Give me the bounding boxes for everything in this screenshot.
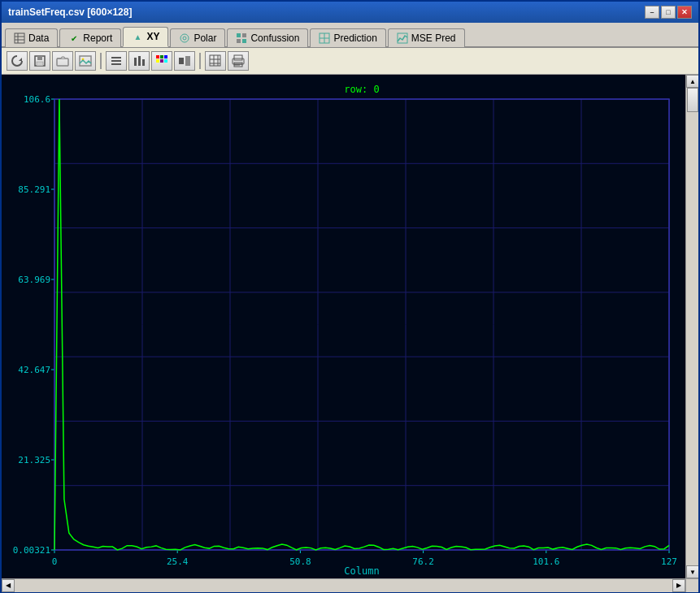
scroll-corner — [685, 579, 698, 592]
image-button[interactable] — [75, 51, 96, 71]
tab-data[interactable]: Data — [5, 28, 58, 47]
tab-prediction[interactable]: Prediction — [310, 28, 385, 47]
msepred-tab-icon — [397, 32, 408, 44]
separator-2 — [199, 53, 201, 69]
window-title: trainSetFreq.csv [600×128] — [8, 6, 132, 18]
tab-confussion-label: Confussion — [250, 32, 299, 44]
svg-rect-9 — [242, 39, 246, 43]
save-button[interactable] — [29, 51, 50, 71]
svg-rect-28 — [160, 55, 163, 58]
print-button[interactable] — [228, 51, 249, 71]
svg-rect-26 — [142, 59, 145, 66]
chart-area[interactable] — [2, 75, 685, 578]
svg-rect-17 — [37, 62, 43, 66]
minimize-button[interactable]: – — [645, 6, 659, 19]
svg-rect-27 — [156, 55, 159, 58]
main-content: ▲ ▼ — [2, 75, 698, 578]
tab-msepred[interactable]: MSE Pred — [388, 28, 465, 47]
svg-rect-33 — [179, 58, 184, 64]
tab-confussion[interactable]: Confussion — [227, 28, 308, 47]
svg-rect-16 — [37, 56, 42, 60]
scroll-up-button[interactable]: ▲ — [686, 75, 698, 88]
svg-point-4 — [180, 34, 189, 42]
separator-1 — [100, 53, 102, 69]
svg-rect-40 — [234, 55, 242, 60]
polar-tab-icon — [179, 32, 190, 44]
data-tab-icon — [14, 32, 25, 44]
xy-chart — [2, 75, 685, 578]
color-button[interactable] — [151, 51, 172, 71]
close-button[interactable]: ✕ — [677, 6, 692, 19]
tab-report-label: Report — [83, 32, 112, 44]
svg-marker-14 — [19, 58, 22, 61]
tab-xy-label: XY — [146, 31, 159, 42]
h-scroll-track[interactable] — [15, 579, 672, 592]
svg-rect-13 — [398, 33, 407, 43]
open-button[interactable] — [52, 51, 73, 71]
svg-rect-18 — [57, 58, 68, 66]
svg-rect-25 — [138, 56, 141, 66]
tab-prediction-label: Prediction — [333, 32, 376, 44]
svg-rect-30 — [156, 59, 159, 63]
maximize-button[interactable]: □ — [661, 6, 676, 19]
bars-button[interactable] — [128, 51, 150, 71]
svg-rect-32 — [164, 59, 167, 63]
lines-button[interactable] — [106, 51, 127, 71]
reset-button[interactable] — [7, 51, 28, 71]
svg-rect-35 — [210, 55, 220, 66]
scroll-left-button[interactable]: ◀ — [2, 579, 15, 592]
tab-polar-label: Polar — [193, 32, 216, 44]
report-tab-icon: ✔ — [68, 32, 80, 44]
svg-rect-8 — [237, 39, 241, 43]
confussion-tab-icon — [236, 32, 247, 44]
grid-button[interactable] — [205, 51, 226, 71]
horizontal-scrollbar[interactable]: ◀ ▶ — [2, 579, 685, 591]
scroll-right-button[interactable]: ▶ — [672, 579, 685, 592]
svg-rect-7 — [242, 33, 246, 37]
tab-msepred-label: MSE Pred — [411, 32, 456, 44]
tab-data-label: Data — [28, 32, 49, 44]
svg-point-5 — [183, 37, 186, 40]
pattern-button[interactable] — [174, 51, 195, 71]
main-window: trainSetFreq.csv [600×128] – □ ✕ Data ✔ … — [0, 0, 700, 593]
svg-rect-29 — [164, 55, 167, 58]
toolbar — [2, 48, 698, 75]
scroll-down-button[interactable]: ▼ — [686, 565, 698, 578]
vertical-scrollbar[interactable]: ▲ ▼ — [685, 75, 698, 578]
scroll-track[interactable] — [686, 88, 698, 565]
svg-rect-24 — [134, 58, 137, 66]
tab-polar[interactable]: Polar — [170, 28, 225, 47]
window-controls: – □ ✕ — [645, 6, 692, 19]
svg-rect-34 — [185, 56, 190, 66]
tab-xy[interactable]: ▲ XY — [123, 27, 168, 47]
svg-rect-0 — [15, 33, 24, 43]
scroll-thumb[interactable] — [687, 88, 698, 112]
title-bar: trainSetFreq.csv [600×128] – □ ✕ — [2, 2, 698, 23]
tabs-bar: Data ✔ Report ▲ XY Polar Confussion Pre — [2, 23, 698, 48]
tab-report[interactable]: ✔ Report — [59, 28, 121, 47]
xy-tab-icon: ▲ — [132, 31, 143, 42]
svg-rect-6 — [237, 33, 241, 37]
prediction-tab-icon — [319, 32, 330, 44]
svg-rect-31 — [160, 59, 163, 63]
